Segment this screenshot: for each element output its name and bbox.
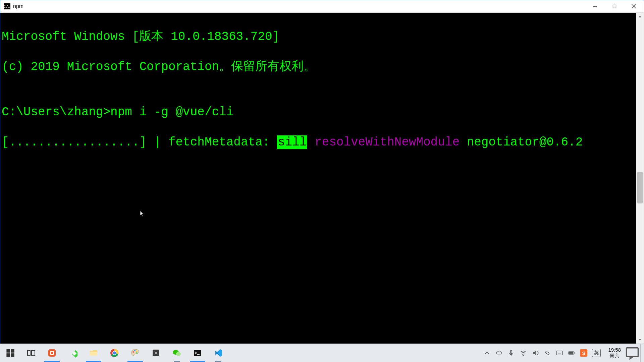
titlebar-controls: [585, 0, 644, 12]
svg-rect-12: [51, 352, 53, 354]
battery-icon[interactable]: [568, 349, 575, 357]
start-button[interactable]: [0, 344, 21, 362]
svg-rect-36: [574, 352, 575, 353]
taskbar-app-dark-square[interactable]: [146, 344, 166, 362]
terminal-line: Microsoft Windows [版本 10.0.18363.720]: [2, 29, 636, 44]
vscode-icon: [214, 348, 223, 358]
tray-overflow-chevron-up-icon[interactable]: [483, 349, 491, 357]
show-desktop-button[interactable]: [640, 344, 644, 362]
wechat-icon: [172, 348, 181, 358]
task-view-icon: [26, 348, 36, 358]
taskbar: S 英 19:58 周六: [0, 344, 644, 362]
svg-rect-6: [6, 353, 10, 357]
system-tray: S 英: [483, 349, 605, 357]
svg-rect-25: [194, 350, 201, 356]
svg-rect-7: [11, 353, 14, 357]
terminal-line: (c) 2019 Microsoft Corporation。保留所有权利。: [2, 59, 636, 74]
svg-rect-29: [556, 351, 562, 355]
svg-rect-4: [6, 349, 10, 353]
taskbar-app-vscode[interactable]: [208, 344, 229, 362]
scroll-thumb[interactable]: [637, 172, 643, 203]
terminal-line: [..................] | fetchMetadata: si…: [2, 135, 636, 150]
package-text: negotiator@0.6.2: [460, 135, 583, 149]
chrome-icon: [110, 348, 119, 358]
titlebar-left: C:\. npm: [0, 3, 585, 9]
svg-rect-27: [511, 350, 512, 354]
link-icon[interactable]: [544, 349, 551, 357]
action-center-button[interactable]: [624, 344, 640, 362]
terminal-app-icon: C:\.: [4, 3, 10, 9]
svg-rect-5: [11, 349, 14, 353]
keyboard-icon[interactable]: [556, 349, 563, 357]
taskbar-app-camtasia[interactable]: [42, 344, 62, 362]
sill-badge: sill: [277, 135, 307, 149]
svg-point-17: [113, 352, 116, 355]
taskbar-left: [0, 344, 229, 362]
scroll-track[interactable]: [636, 20, 644, 336]
windows-logo-icon: [6, 348, 15, 358]
taskbar-app-terminal[interactable]: [187, 344, 208, 362]
terminal-line: C:\Users\zhang>npm i -g @vue/cli: [2, 105, 636, 120]
resolve-text: resolveWithNewModule: [307, 135, 460, 149]
taskbar-right: S 英 19:58 周六: [483, 344, 644, 362]
task-view-button[interactable]: [21, 344, 42, 362]
green-diamond-icon: [68, 348, 77, 358]
dark-app-icon: [151, 348, 161, 358]
scroll-up-arrow-icon[interactable]: [636, 13, 644, 20]
svg-point-28: [523, 355, 524, 356]
paint-palette-icon: [130, 348, 140, 358]
notification-icon: [624, 345, 640, 361]
vertical-scrollbar[interactable]: [636, 13, 644, 344]
maximize-button[interactable]: [605, 0, 624, 12]
taskbar-clock[interactable]: 19:58 周六: [605, 347, 624, 359]
onedrive-cloud-icon[interactable]: [495, 349, 503, 357]
terminal-icon: [193, 348, 202, 358]
svg-rect-37: [569, 352, 573, 354]
svg-point-20: [136, 351, 138, 352]
taskbar-app-file-explorer[interactable]: [83, 344, 104, 362]
terminal-area-wrap: Microsoft Windows [版本 10.0.18363.720] (c…: [0, 13, 644, 344]
svg-rect-38: [627, 348, 638, 357]
terminal-viewport[interactable]: Microsoft Windows [版本 10.0.18363.720] (c…: [0, 13, 636, 344]
taskbar-app-green[interactable]: [62, 344, 83, 362]
camtasia-icon: [47, 348, 57, 358]
titlebar[interactable]: C:\. npm: [0, 0, 644, 13]
clock-day: 周六: [609, 353, 620, 359]
svg-point-21: [136, 352, 138, 354]
wifi-icon[interactable]: [520, 349, 527, 357]
close-button[interactable]: [624, 0, 644, 12]
svg-point-18: [132, 351, 134, 353]
taskbar-app-wechat[interactable]: [166, 344, 187, 362]
progress-prefix: [..................] | fetchMetadata:: [2, 135, 277, 149]
command-text: npm i -g @vue/cli: [110, 105, 233, 119]
svg-point-24: [176, 352, 181, 356]
svg-rect-8: [28, 351, 30, 355]
ime-badge[interactable]: 英: [592, 349, 601, 357]
clock-time: 19:58: [608, 347, 621, 353]
scroll-down-arrow-icon[interactable]: [636, 336, 644, 344]
microphone-icon[interactable]: [507, 349, 515, 357]
taskbar-app-chrome[interactable]: [104, 344, 125, 362]
sogou-ime-icon[interactable]: S: [580, 349, 587, 357]
svg-rect-1: [613, 5, 616, 8]
command-prompt-window: C:\. npm Microsoft Windows [版本 10.0.1836…: [0, 0, 644, 344]
mouse-cursor-icon: [140, 210, 145, 217]
minimize-button[interactable]: [585, 0, 605, 12]
svg-point-19: [134, 350, 136, 351]
taskbar-app-paint[interactable]: [125, 344, 146, 362]
window-title: npm: [13, 3, 23, 9]
prompt-text: C:\Users\zhang>: [2, 105, 110, 119]
svg-rect-9: [32, 351, 35, 355]
volume-icon[interactable]: [532, 349, 539, 357]
folder-icon: [89, 348, 98, 358]
